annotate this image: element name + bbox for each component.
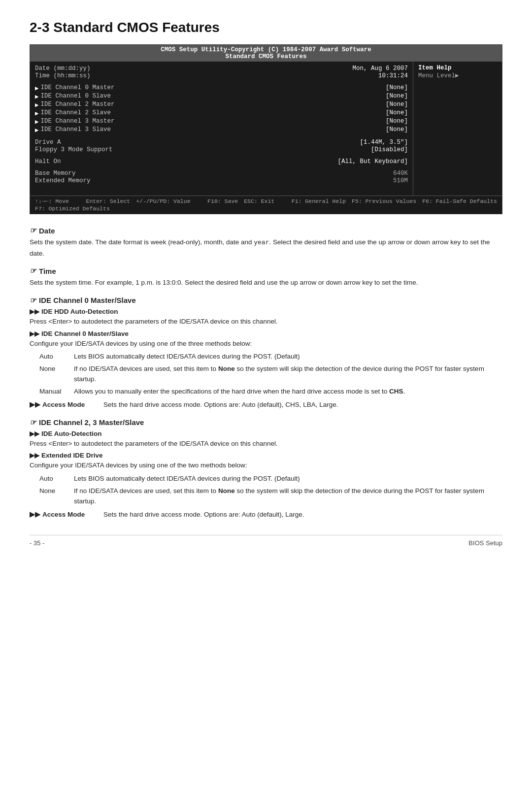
footer-failsafe: F6: Fail-Safe Defaults [422, 198, 497, 204]
bios-ide-item: ▶IDE Channel 2 Master[None] [35, 101, 408, 109]
base-mem-value: 640K [393, 170, 408, 177]
drive-a-value: [1.44M, 3.5"] [360, 139, 408, 146]
footer-page-num: - 35 - [30, 539, 44, 547]
bios-main-area: Date (mm:dd:yy) Mon, Aug 6 2007 Time (hh… [30, 62, 413, 196]
ide01-heading: IDE Channel 0 Master/Slave [39, 296, 136, 304]
ide01-manual-term: Manual [39, 387, 74, 397]
date-section: ☞ Date Sets the system date. The date fo… [30, 226, 502, 259]
ext-mem-value: 510M [393, 177, 408, 184]
ide01-bullet-auto: Auto Lets BIOS automatically detect IDE/… [39, 352, 502, 362]
ide23-sub2-text: Configure your IDE/SATA devices by using… [30, 460, 502, 471]
time-heading: Time [39, 267, 56, 275]
ide01-access-arrow: ▶▶ [30, 400, 40, 410]
ide01-sub1-label: IDE HDD Auto-Detection [41, 308, 118, 315]
ide01-sub2-arrow: ▶▶ [30, 330, 39, 337]
page-footer: - 35 - BIOS Setup [30, 535, 502, 547]
ide23-access-arrow: ▶▶ [30, 510, 40, 520]
bios-ide-item: ▶IDE Channel 3 Master[None] [35, 118, 408, 126]
time-value: 10:31:24 [378, 72, 408, 79]
ide01-sub1-heading: ▶▶ IDE HDD Auto-Detection [30, 308, 502, 315]
ide01-sub1-arrow: ▶▶ [30, 308, 39, 315]
bios-screen: CMOS Setup Utility-Copyright (C) 1984-20… [30, 44, 502, 214]
bios-header-line1: CMOS Setup Utility-Copyright (C) 1984-20… [30, 46, 502, 53]
ide01-sub2-label: IDE Channel 0 Master/Slave [41, 330, 129, 337]
ide23-bullet-none: None If no IDE/SATA devices are used, se… [39, 486, 502, 507]
ide23-section: ☞ IDE Channel 2, 3 Master/Slave ▶▶ IDE A… [30, 418, 502, 520]
time-marker: ☞ [30, 266, 36, 275]
bios-ide-item: ▶IDE Channel 0 Slave[None] [35, 93, 408, 100]
ide23-access-label: ▶▶ Access Mode [30, 510, 103, 520]
drive-a-label: Drive A [35, 139, 61, 146]
bios-header-line2: Standard CMOS Features [30, 53, 502, 60]
ide01-marker: ☞ [30, 296, 36, 305]
ide23-auto-desc: Lets BIOS automatically detect IDE/SATA … [74, 474, 502, 484]
bios-ide-item: ▶IDE Channel 0 Master[None] [35, 84, 408, 92]
ide01-auto-desc: Lets BIOS automatically detect IDE/SATA … [74, 352, 502, 362]
bios-header: CMOS Setup Utility-Copyright (C) 1984-20… [30, 45, 502, 62]
bios-ide-item: ▶IDE Channel 3 Slave[None] [35, 126, 408, 134]
floppy-value: [Disabled] [371, 146, 408, 153]
ide23-heading: IDE Channel 2, 3 Master/Slave [39, 418, 144, 427]
ide01-access-label: ▶▶ Access Mode [30, 400, 103, 410]
ide23-sub2-arrow: ▶▶ [30, 452, 39, 459]
floppy-label: Floppy 3 Mode Support [35, 146, 113, 153]
ide01-bullet-none: None If no IDE/SATA devices are used, se… [39, 364, 502, 385]
ide23-sub1-arrow: ▶▶ [30, 430, 39, 437]
ide01-none-term: None [39, 364, 74, 385]
menu-level: Menu Level▶ [418, 71, 497, 79]
ide23-sub2-label: Extended IDE Drive [41, 452, 103, 459]
ide01-auto-term: Auto [39, 352, 74, 362]
ide23-bullet-auto: Auto Lets BIOS automatically detect IDE/… [39, 474, 502, 484]
footer-prev: F5: Previous Values [352, 198, 416, 204]
page-title: 2-3 Standard CMOS Features [30, 20, 502, 35]
bios-ide-item: ▶IDE Channel 2 Slave[None] [35, 109, 408, 117]
time-label: Time (hh:mm:ss) [35, 72, 91, 79]
halt-label: Halt On [35, 158, 61, 165]
ide23-sub1-heading: ▶▶ IDE Auto-Detection [30, 430, 502, 437]
ide01-bullet-list: Auto Lets BIOS automatically detect IDE/… [39, 352, 502, 397]
ide01-manual-desc: Allows you to manually enter the specifi… [74, 387, 502, 397]
ide01-bullet-manual: Manual Allows you to manually enter the … [39, 387, 502, 397]
footer-move: ↑↓→←: Move Enter: Select [35, 198, 130, 204]
date-text: Sets the system date. The date format is… [30, 237, 502, 259]
ide23-none-desc: If no IDE/SATA devices are used, set thi… [74, 486, 502, 507]
ide01-none-desc: If no IDE/SATA devices are used, set thi… [74, 364, 502, 385]
date-value: Mon, Aug 6 2007 [352, 65, 408, 72]
bios-footer: ↑↓→←: Move Enter: Select +/-/PU/PD: Valu… [30, 196, 502, 214]
ide23-sub1-label: IDE Auto-Detection [41, 430, 102, 437]
halt-value: [All, But Keyboard] [337, 158, 408, 165]
ide01-access-desc: Sets the hard drive access mode. Options… [103, 400, 502, 410]
footer-optimized: F7: Optimized Defaults [35, 205, 110, 212]
date-heading: Date [39, 227, 55, 235]
ide01-sub1-text: Press <Enter> to autodetect the paramete… [30, 316, 502, 327]
ide01-sub2-text: Configure your IDE/SATA devices by using… [30, 338, 502, 349]
footer-bios-label: BIOS Setup [468, 539, 502, 547]
ide23-access-row: ▶▶ Access Mode Sets the hard drive acces… [30, 510, 502, 520]
bios-ide-list: ▶IDE Channel 0 Master[None]▶IDE Channel … [35, 84, 408, 134]
time-section: ☞ Time Sets the system time. For example… [30, 266, 502, 288]
bios-sidebar: Item Help Menu Level▶ [413, 62, 502, 196]
ide23-sub2-heading: ▶▶ Extended IDE Drive [30, 452, 502, 459]
footer-value: +/-/PU/PD: Value F10: Save [136, 198, 238, 204]
footer-exit: ESC: Exit F1: General Help [244, 198, 346, 204]
ide01-sub2-heading: ▶▶ IDE Channel 0 Master/Slave [30, 330, 502, 337]
ide23-marker: ☞ [30, 418, 36, 427]
date-label: Date (mm:dd:yy) [35, 65, 91, 72]
ide23-auto-term: Auto [39, 474, 74, 484]
date-marker: ☞ [30, 226, 36, 235]
ide23-access-label-text: Access Mode [42, 510, 85, 520]
item-help-title: Item Help [418, 65, 497, 71]
ide23-bullet-list: Auto Lets BIOS automatically detect IDE/… [39, 474, 502, 507]
ide01-section: ☞ IDE Channel 0 Master/Slave ▶▶ IDE HDD … [30, 296, 502, 410]
time-text: Sets the system time. For example, 1 p.m… [30, 277, 502, 288]
ide01-access-label-text: Access Mode [42, 400, 85, 410]
ide01-access-row: ▶▶ Access Mode Sets the hard drive acces… [30, 400, 502, 410]
ide23-none-term: None [39, 486, 74, 507]
ext-mem-label: Extended Memory [35, 177, 91, 184]
ide23-sub1-text: Press <Enter> to autodetect the paramete… [30, 438, 502, 449]
base-mem-label: Base Memory [35, 170, 76, 177]
ide23-access-desc: Sets the hard drive access mode. Options… [103, 510, 502, 520]
